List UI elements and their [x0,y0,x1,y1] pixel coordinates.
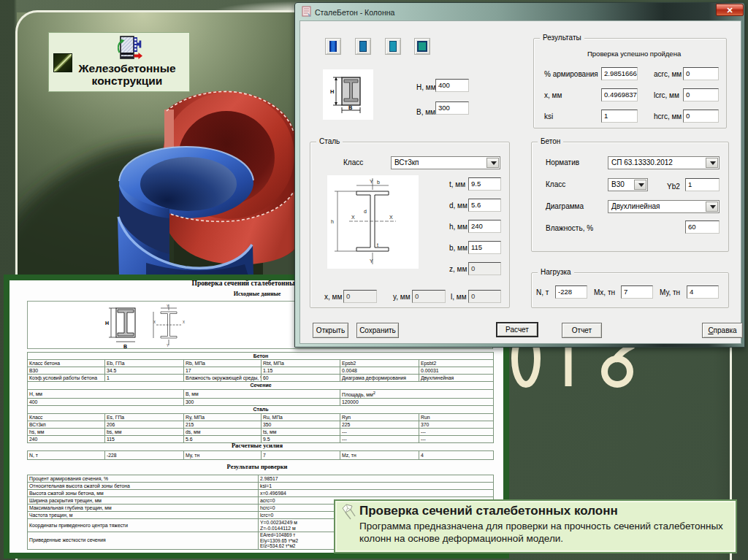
svg-text:h: h [331,219,334,224]
svg-text:X: X [153,321,156,324]
svg-text:b: b [377,180,380,185]
svg-text:В: В [348,104,353,111]
svg-text:В: В [123,344,127,348]
svg-text:X: X [183,321,185,324]
svg-text:X: X [389,215,393,220]
svg-text:Y: Y [370,258,373,264]
svg-text:t: t [377,242,378,248]
svg-text:X: X [351,215,355,220]
svg-text:Н: Н [330,88,334,95]
svg-text:Y: Y [167,344,169,348]
svg-text:Н: Н [105,321,109,326]
svg-text:Y: Y [167,304,169,308]
svg-text:Y: Y [370,179,373,184]
svg-text:d: d [364,209,367,214]
